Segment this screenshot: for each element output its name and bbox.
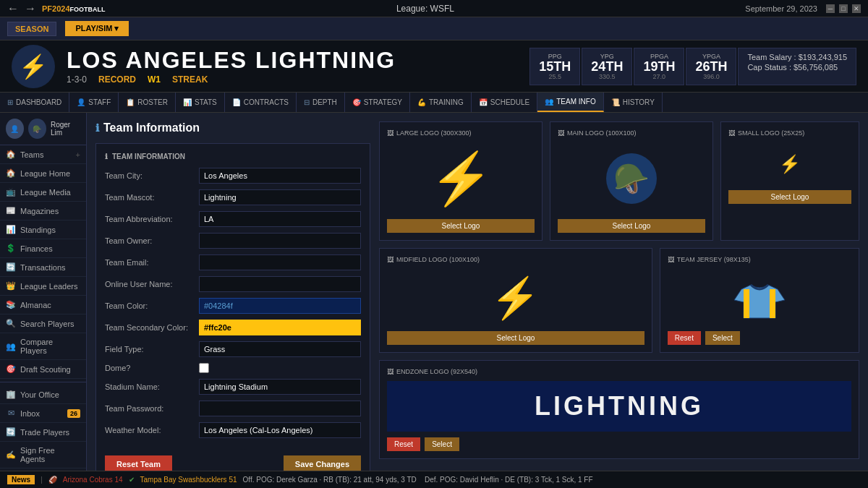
news-team-swashbucklers: Tampa Bay Swashbucklers 51 xyxy=(140,476,237,484)
small-logo-box: 🖼 SMALL LOGO (25x25) ⚡ Select Logo xyxy=(720,121,859,241)
sidebar-item-your-office[interactable]: 🏢 Your Office xyxy=(0,385,86,404)
field-type-select[interactable]: Grass Turf xyxy=(199,341,361,357)
city-row: Team City: xyxy=(105,168,361,184)
save-changes-button[interactable]: Save Changes xyxy=(284,455,361,471)
sidebar-item-finances[interactable]: 💲 Finances xyxy=(0,239,86,258)
image-icon-6: 🖼 xyxy=(387,368,393,375)
owner-input[interactable] xyxy=(199,233,361,249)
sidebar-item-magazines[interactable]: 📰 Magazines xyxy=(0,202,86,221)
reset-jersey-button[interactable]: Reset xyxy=(668,331,701,345)
sidebar-item-league-media[interactable]: 📺 League Media xyxy=(0,183,86,202)
stadium-input[interactable] xyxy=(199,379,361,395)
mascot-input[interactable] xyxy=(199,189,361,205)
tab-schedule[interactable]: 📅 SCHEDULE xyxy=(472,93,537,112)
main-logo-box: 🖼 MAIN LOGO (100x100) 🪖 Select Logo xyxy=(550,121,713,241)
tab-depth[interactable]: ⊟ DEPTH xyxy=(297,93,345,112)
main-logo-img: 🪖 xyxy=(558,142,705,215)
jersey-box: 🖼 TEAM JERSEY (98x135) xyxy=(660,248,859,353)
form-actions: Reset Team Save Changes xyxy=(105,447,361,471)
email-input[interactable] xyxy=(199,254,361,270)
tab-strategy[interactable]: 🎯 STRATEGY xyxy=(345,93,410,112)
select-main-logo-button[interactable]: Select Logo xyxy=(558,219,705,233)
tab-staff[interactable]: 👤 STAFF xyxy=(69,93,119,112)
close-button[interactable]: ✕ xyxy=(852,4,861,13)
news-team-cobras: Arizona Cobras 14 xyxy=(63,476,123,484)
team-salary: Team Salary : $193,243,915 xyxy=(747,53,847,61)
tab-stats[interactable]: 📊 STATS xyxy=(176,93,225,112)
password-input[interactable] xyxy=(199,401,361,416)
large-bolt-icon: ⚡ xyxy=(430,149,493,208)
training-icon: 💪 xyxy=(417,98,426,106)
city-input[interactable] xyxy=(199,168,361,184)
abbreviation-label: Team Abbreviation: xyxy=(105,215,199,223)
league-home-icon: 🏠 xyxy=(6,168,16,178)
weather-select[interactable]: Los Angeles (Cal-Los Angeles) xyxy=(199,422,361,438)
tab-roster[interactable]: 📋 ROSTER xyxy=(119,93,176,112)
transactions-icon: 🔄 xyxy=(6,262,16,272)
secondary-color-label: Team Secondary Color: xyxy=(105,323,199,332)
tab-contracts[interactable]: 📄 CONTRACTS xyxy=(225,93,297,112)
color-input[interactable] xyxy=(199,298,361,314)
mascot-label: Team Mascot: xyxy=(105,193,199,202)
sidebar-item-inbox[interactable]: ✉ Inbox 26 xyxy=(0,404,86,423)
sidebar-item-transactions[interactable]: 🔄 Transactions xyxy=(0,258,86,277)
select-large-logo-button[interactable]: Select Logo xyxy=(387,219,535,233)
staff-icon: 👤 xyxy=(77,98,85,106)
sidebar-item-standings[interactable]: 📊 Standings xyxy=(0,221,86,239)
image-icon-4: 🖼 xyxy=(387,256,393,263)
reset-endzone-button[interactable]: Reset xyxy=(387,437,420,451)
league-media-icon: 📺 xyxy=(6,187,16,197)
maximize-button[interactable]: □ xyxy=(839,4,848,13)
date-display: September 29, 2023 xyxy=(745,4,817,13)
image-icon: 🖼 xyxy=(387,129,393,137)
sidebar-item-sign-free-agents[interactable]: ✍ Sign Free Agents xyxy=(0,442,86,468)
team-record-value: 1-3-0 xyxy=(67,74,87,85)
team-name: LOS ANGELES LIGHTNING xyxy=(67,48,518,72)
sidebar-item-trade-players[interactable]: 🔄 Trade Players xyxy=(0,423,86,442)
sidebar-item-search-players[interactable]: 🔍 Search Players xyxy=(0,314,86,333)
tab-history[interactable]: 📜 HISTORY xyxy=(604,93,663,112)
sidebar-item-league-leaders[interactable]: 👑 League Leaders xyxy=(0,277,86,296)
sidebar-item-teams[interactable]: 🏠 Teams + xyxy=(0,145,86,164)
secondary-color-input[interactable] xyxy=(199,320,361,335)
select-midfield-logo-button[interactable]: Select Logo xyxy=(387,331,644,345)
select-endzone-button[interactable]: Select xyxy=(425,437,459,451)
tab-training[interactable]: 💪 TRAINING xyxy=(410,93,472,112)
search-players-icon: 🔍 xyxy=(6,319,16,328)
abbreviation-input[interactable] xyxy=(199,211,361,227)
teaminfo-icon: 👥 xyxy=(545,98,553,106)
minimize-button[interactable]: ─ xyxy=(826,4,835,13)
team-logo: ⚡ xyxy=(12,45,55,88)
league-title: League: WSFL xyxy=(396,4,454,14)
helmet-display: 🪖 xyxy=(606,153,657,204)
sidebar-item-almanac[interactable]: 📚 Almanac xyxy=(0,296,86,314)
image-icon-2: 🖼 xyxy=(558,129,564,137)
ypga-stat: YPGA 26TH 396.0 xyxy=(686,48,736,85)
news-separator-1: | xyxy=(41,476,43,484)
sidebar-item-draft-scouting[interactable]: 🎯 Draft Scouting xyxy=(0,360,86,379)
back-button[interactable]: ← xyxy=(7,2,19,15)
user-avatar-2: 🪖 xyxy=(28,119,46,139)
tab-teaminfo[interactable]: 👥 TEAM INFO xyxy=(537,93,603,112)
select-small-logo-button[interactable]: Select Logo xyxy=(728,190,851,204)
football-icon: 🏈 xyxy=(48,476,57,484)
compare-players-icon: 👥 xyxy=(6,342,16,351)
jersey-img xyxy=(668,269,851,327)
select-jersey-button[interactable]: Select xyxy=(705,331,740,345)
inbox-badge: 26 xyxy=(67,409,80,418)
forward-button[interactable]: → xyxy=(25,2,36,15)
reset-team-button[interactable]: Reset Team xyxy=(105,455,172,471)
depth-icon: ⊟ xyxy=(304,98,310,106)
username-input[interactable] xyxy=(199,276,361,292)
main-layout: 👤 🪖 Roger Lim 🏠 Teams + 🏠 League Home 📺 … xyxy=(0,113,868,471)
dome-checkbox[interactable] xyxy=(199,363,209,373)
tab-dashboard[interactable]: ⊞ DASHBOARD xyxy=(0,93,69,112)
team-header: ⚡ LOS ANGELES LIGHTNING 1-3-0 RECORD W1 … xyxy=(0,40,868,93)
midfield-logo-img: ⚡ xyxy=(387,269,644,327)
league-leaders-icon: 👑 xyxy=(6,281,16,291)
playsim-button[interactable]: PLAY/SIM ▾ xyxy=(65,21,129,36)
magazines-icon: 📰 xyxy=(6,206,16,215)
sidebar-item-league-home[interactable]: 🏠 League Home xyxy=(0,164,86,183)
image-icon-5: 🖼 xyxy=(668,256,674,263)
sidebar-item-compare-players[interactable]: 👥 Compare Players xyxy=(0,333,86,360)
